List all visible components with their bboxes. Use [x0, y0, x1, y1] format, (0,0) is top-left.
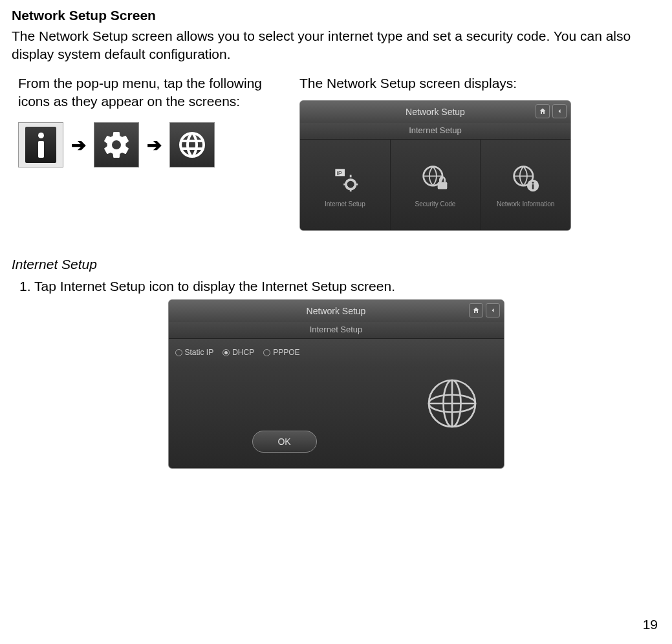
arrow-icon: ➔	[147, 134, 162, 156]
popup-instruction-text: From the pop-up menu, tap the following …	[18, 74, 267, 111]
radio-label: Static IP	[185, 348, 214, 357]
network-setup-screenshot: Network Setup Internet Setup IP Interne	[299, 100, 571, 231]
settings-gear-icon	[94, 122, 139, 167]
info-icon	[18, 122, 63, 167]
tile-network-information: Network Information	[481, 140, 570, 230]
ip-gear-icon: IP	[329, 163, 360, 194]
radio-circle-icon	[263, 349, 270, 356]
network-globe-icon	[169, 122, 215, 167]
radio-dhcp: DHCP	[222, 348, 254, 357]
globe-illustration	[400, 339, 504, 468]
internet-setup-heading: Internet Setup	[12, 257, 660, 272]
svg-text:IP: IP	[336, 169, 342, 176]
internet-setup-screenshot: Network Setup Internet Setup Static IP D…	[168, 299, 504, 469]
page-number: 19	[643, 617, 658, 632]
section-title: Network Setup Screen	[12, 8, 660, 23]
radio-pppoe: PPPOE	[263, 348, 299, 357]
radio-label: PPPOE	[273, 348, 299, 357]
svg-rect-6	[532, 184, 534, 189]
is-title: Network Setup	[307, 306, 366, 316]
arrow-icon: ➔	[71, 134, 86, 156]
display-label: The Network Setup screen displays:	[299, 74, 660, 92]
is-header: Network Setup	[169, 300, 504, 322]
is-options-panel: Static IP DHCP PPPOE OK	[169, 339, 400, 468]
intro-text: The Network Setup screen allows you to s…	[12, 27, 660, 64]
tile-internet-setup: IP Internet Setup	[300, 140, 391, 230]
svg-point-5	[532, 181, 534, 183]
is-subtitle: Internet Setup	[169, 322, 504, 339]
back-icon	[552, 104, 567, 118]
back-icon	[486, 303, 500, 317]
step-1-text: 1. Tap Internet Setup icon to display th…	[19, 279, 660, 294]
screenshot-subtitle: Internet Setup	[300, 123, 570, 140]
home-icon	[536, 104, 550, 118]
screenshot-title: Network Setup	[406, 107, 465, 117]
radio-static-ip: Static IP	[175, 348, 214, 357]
radio-circle-filled-icon	[222, 349, 230, 356]
home-icon	[469, 303, 483, 317]
globe-info-icon	[510, 163, 541, 194]
radio-label: DHCP	[232, 348, 254, 357]
svg-rect-2	[438, 182, 448, 189]
icon-sequence-row: ➔ ➔	[18, 122, 267, 167]
tile-security-code: Security Code	[391, 140, 481, 230]
right-column: The Network Setup screen displays: Netwo…	[293, 74, 660, 231]
tile-label: Internet Setup	[325, 200, 365, 208]
radio-row: Static IP DHCP PPPOE	[175, 348, 394, 357]
screenshot-header: Network Setup	[300, 101, 570, 123]
instruction-columns: From the pop-up menu, tap the following …	[12, 74, 660, 231]
tile-label: Network Information	[497, 200, 554, 208]
radio-circle-icon	[175, 349, 182, 356]
tile-label: Security Code	[415, 200, 456, 208]
globe-lock-icon	[420, 163, 451, 194]
left-column: From the pop-up menu, tap the following …	[12, 74, 267, 231]
ok-button: OK	[252, 431, 317, 453]
